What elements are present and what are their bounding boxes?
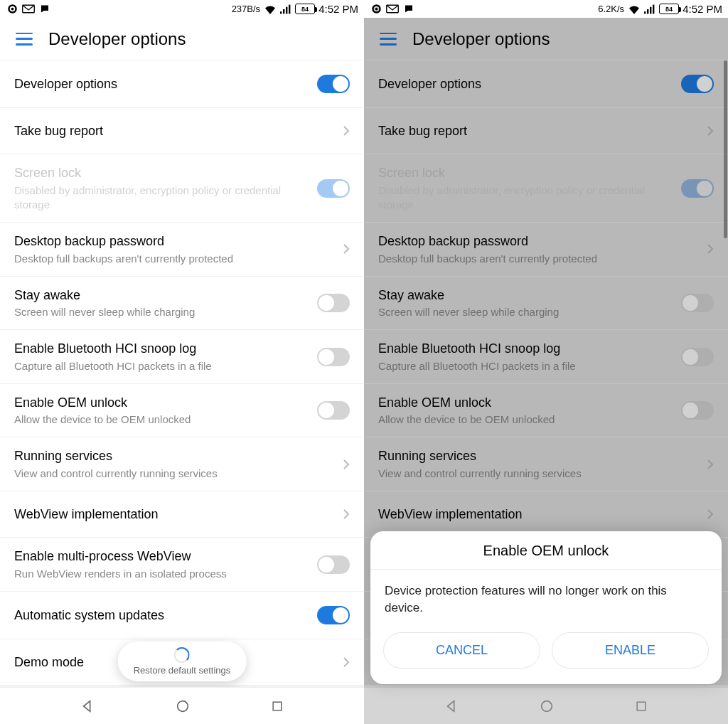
- status-battery-icon: 84: [659, 4, 679, 14]
- svg-point-12: [375, 8, 378, 11]
- status-net-rate: 6.2K/s: [598, 4, 624, 14]
- chevron-right-icon: [343, 509, 350, 520]
- nav-home-icon[interactable]: [539, 698, 555, 714]
- row-desktop-backup-password[interactable]: Desktop backup password Desktop full bac…: [364, 223, 728, 277]
- dialog-enable-oem-unlock: Enable OEM unlock Device protection feat…: [370, 531, 722, 684]
- row-title: Take bug report: [378, 122, 698, 139]
- row-multi-process-webview[interactable]: Enable multi-process WebView Run WebView…: [0, 538, 364, 592]
- toggle-developer-options[interactable]: [681, 75, 714, 93]
- row-title: Enable multi-process WebView: [14, 548, 309, 565]
- row-desktop-backup-password[interactable]: Desktop backup password Desktop full bac…: [0, 223, 364, 277]
- toggle-bluetooth-hci-log[interactable]: [681, 348, 714, 366]
- svg-rect-5: [283, 9, 284, 14]
- screen-left: 237B/s 84 4:52 PM Developer options Deve…: [0, 0, 364, 724]
- status-wifi-icon: [264, 4, 277, 14]
- dialog-actions: CANCEL ENABLE: [370, 632, 722, 684]
- svg-rect-16: [650, 6, 651, 14]
- toggle-oem-unlock[interactable]: [317, 401, 350, 420]
- scrollbar-indicator: [724, 60, 727, 238]
- status-clock: 4:52 PM: [682, 3, 722, 15]
- row-sub: View and control currently running servi…: [14, 467, 334, 481]
- svg-rect-14: [644, 11, 646, 14]
- status-notification-icon: [7, 4, 18, 14]
- row-stay-awake[interactable]: Stay awake Screen will never sleep while…: [364, 277, 728, 331]
- chevron-right-icon: [343, 243, 350, 255]
- cancel-button[interactable]: CANCEL: [383, 632, 540, 669]
- svg-point-18: [542, 701, 552, 711]
- svg-rect-15: [647, 9, 648, 14]
- dialog-scrim: Enable OEM unlock Device protection feat…: [364, 0, 728, 724]
- toggle-oem-unlock[interactable]: [681, 401, 714, 420]
- row-running-services[interactable]: Running services View and control curren…: [0, 437, 364, 491]
- row-take-bug-report[interactable]: Take bug report: [0, 108, 364, 154]
- row-automatic-system-updates[interactable]: Automatic system updates: [0, 592, 364, 639]
- nav-home-icon[interactable]: [175, 698, 191, 714]
- row-title: Stay awake: [378, 287, 673, 304]
- row-developer-options[interactable]: Developer options: [364, 60, 728, 108]
- screen-right: 6.2K/s 84 4:52 PM Developer options Deve…: [364, 0, 728, 724]
- row-screen-lock: Screen lock Disabled by administrator, e…: [0, 154, 364, 223]
- row-bluetooth-hci-log[interactable]: Enable Bluetooth HCI snoop log Capture a…: [0, 330, 364, 384]
- row-title: Enable OEM unlock: [378, 394, 673, 411]
- row-title: Running services: [14, 447, 334, 464]
- enable-button[interactable]: ENABLE: [552, 632, 709, 669]
- row-title: Automatic system updates: [14, 607, 309, 624]
- restore-chip-label: Restore default settings: [134, 665, 231, 676]
- row-title: Developer options: [378, 75, 673, 92]
- row-sub: Run WebView renders in an isolated proce…: [14, 567, 309, 581]
- app-header: Developer options: [0, 18, 364, 60]
- toggle-stay-awake[interactable]: [317, 294, 350, 312]
- row-bluetooth-hci-log[interactable]: Enable Bluetooth HCI snoop log Capture a…: [364, 330, 728, 384]
- status-mail-icon: [386, 4, 399, 14]
- svg-point-8: [178, 701, 188, 711]
- system-nav-bar: [364, 687, 728, 724]
- nav-back-icon[interactable]: [80, 698, 95, 714]
- page-title: Developer options: [48, 29, 186, 49]
- row-title: Enable Bluetooth HCI snoop log: [378, 340, 673, 357]
- chevron-right-icon: [707, 243, 714, 255]
- toggle-developer-options[interactable]: [317, 75, 350, 93]
- row-take-bug-report[interactable]: Take bug report: [364, 108, 728, 154]
- row-running-services[interactable]: Running services View and control curren…: [364, 437, 728, 491]
- row-title: Stay awake: [14, 287, 309, 304]
- row-title: Running services: [378, 447, 698, 464]
- row-title: WebView implementation: [378, 506, 698, 523]
- row-title: Enable Bluetooth HCI snoop log: [14, 340, 309, 357]
- row-developer-options[interactable]: Developer options: [0, 60, 364, 108]
- row-sub: View and control currently running servi…: [378, 467, 698, 481]
- settings-list[interactable]: Developer options Take bug report Screen…: [0, 60, 364, 687]
- toggle-stay-awake[interactable]: [681, 294, 714, 312]
- row-title: Screen lock: [378, 164, 673, 181]
- svg-rect-17: [653, 4, 654, 14]
- nav-recent-icon[interactable]: [270, 699, 284, 713]
- nav-back-icon[interactable]: [444, 698, 459, 714]
- row-title: Screen lock: [14, 164, 309, 181]
- toggle-bluetooth-hci-log[interactable]: [317, 348, 350, 366]
- toggle-multi-process-webview[interactable]: [317, 555, 350, 574]
- status-chat-icon: [403, 4, 414, 14]
- row-sub: Capture all Bluetooth HCI packets in a f…: [378, 359, 673, 373]
- row-title: Enable OEM unlock: [14, 394, 309, 411]
- restore-default-settings-chip[interactable]: Restore default settings: [118, 642, 247, 681]
- toggle-screen-lock: [681, 179, 714, 198]
- row-sub: Disabled by administrator, encryption po…: [14, 183, 309, 213]
- row-title: WebView implementation: [14, 506, 334, 523]
- dialog-body: Device protection features will no longe…: [370, 570, 722, 632]
- chevron-right-icon: [707, 125, 714, 137]
- status-net-rate: 237B/s: [232, 4, 260, 14]
- hamburger-icon[interactable]: [16, 33, 33, 46]
- row-title: Take bug report: [14, 122, 334, 139]
- row-oem-unlock[interactable]: Enable OEM unlock Allow the device to be…: [0, 384, 364, 438]
- row-webview-implementation[interactable]: WebView implementation: [0, 491, 364, 538]
- row-sub: Disabled by administrator, encryption po…: [378, 183, 673, 213]
- status-battery-icon: 84: [295, 4, 315, 14]
- status-notification-icon: [371, 4, 382, 14]
- row-title: Developer options: [14, 75, 309, 92]
- system-nav-bar: [0, 687, 364, 724]
- toggle-automatic-system-updates[interactable]: [317, 606, 350, 624]
- hamburger-icon[interactable]: [380, 33, 397, 46]
- row-oem-unlock[interactable]: Enable OEM unlock Allow the device to be…: [364, 384, 728, 438]
- section-header-debugging: DEBUGGING: [0, 686, 364, 687]
- nav-recent-icon[interactable]: [634, 699, 648, 713]
- row-stay-awake[interactable]: Stay awake Screen will never sleep while…: [0, 277, 364, 331]
